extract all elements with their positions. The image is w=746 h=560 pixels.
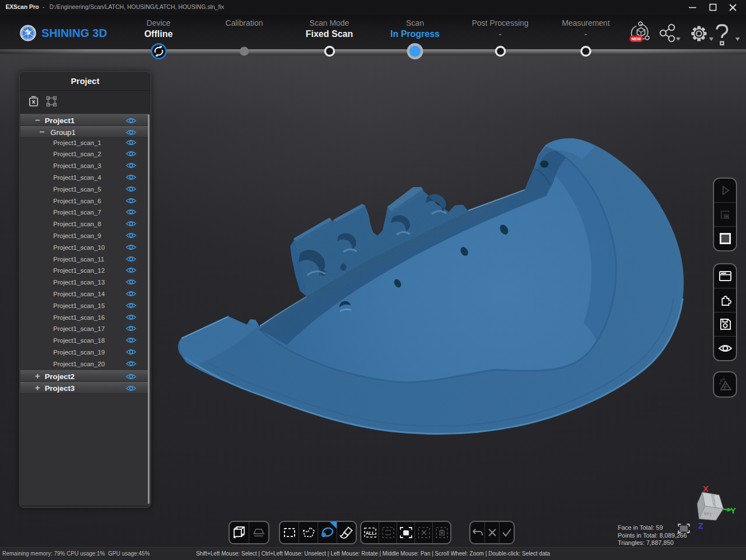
svg-text:NEW: NEW [631, 36, 641, 41]
svg-text:Y: Y [730, 506, 736, 515]
svg-text:Z: Z [698, 521, 703, 530]
svg-text:ALL: ALL [365, 530, 375, 536]
svg-text:X: X [703, 484, 708, 493]
